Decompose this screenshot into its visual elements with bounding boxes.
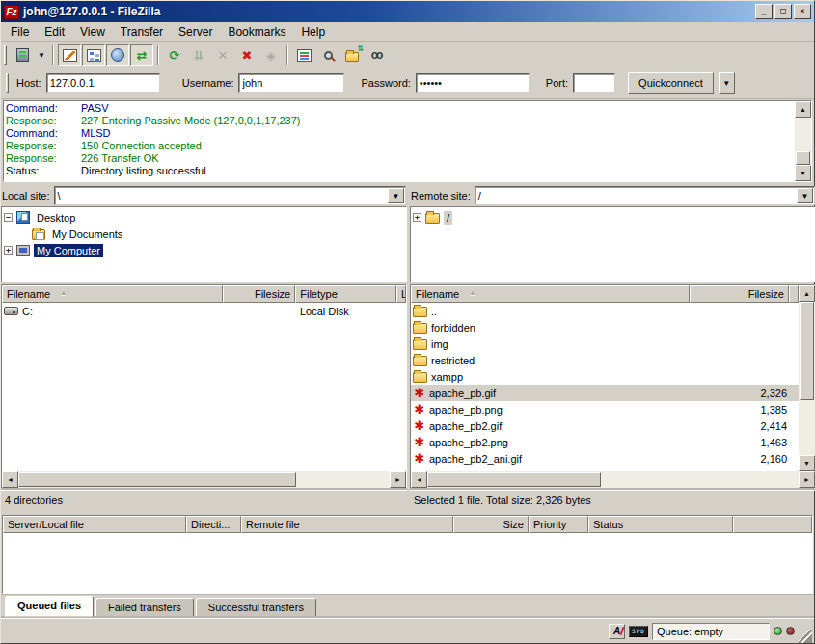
toggle-transfer-queue-button[interactable]: ⇄: [130, 44, 153, 66]
remote-row-file[interactable]: ✱apache_pb2_ani.gif2,160: [411, 450, 799, 467]
column-size[interactable]: Size: [453, 516, 529, 533]
menu-view[interactable]: View: [72, 23, 113, 40]
menu-bookmarks[interactable]: Bookmarks: [220, 23, 293, 40]
local-hscroll-thumb[interactable]: [18, 472, 296, 487]
local-site-value: \: [55, 190, 388, 201]
minimize-button[interactable]: _: [755, 4, 773, 19]
username-input[interactable]: [238, 73, 344, 93]
synchronized-browsing-button[interactable]: ⇅: [340, 44, 364, 66]
menu-server[interactable]: Server: [171, 23, 220, 40]
scroll-down-icon[interactable]: ▼: [795, 165, 811, 181]
combo-dropdown-icon[interactable]: ▼: [797, 188, 813, 203]
column-direction[interactable]: Directi...: [186, 516, 241, 533]
tree-item-root[interactable]: + /: [413, 209, 815, 226]
folder-icon: [413, 323, 427, 334]
remote-row-file-selected[interactable]: ✱apache_pb.gif2,326: [411, 385, 799, 401]
toggle-remote-tree-button[interactable]: [106, 44, 129, 66]
remote-site-combo[interactable]: / ▼: [475, 186, 815, 205]
scroll-right-icon[interactable]: ►: [390, 471, 406, 488]
menu-file[interactable]: File: [3, 23, 37, 40]
local-hscrollbar[interactable]: ◄ ►: [2, 471, 406, 488]
column-remote-file[interactable]: Remote file: [241, 516, 453, 533]
local-site-combo[interactable]: \ ▼: [54, 186, 406, 205]
remote-row-file[interactable]: ✱apache_pb2.png1,463: [411, 434, 799, 450]
site-manager-button[interactable]: [11, 44, 34, 66]
menu-help[interactable]: Help: [293, 23, 333, 40]
quickconnect-dropdown-button[interactable]: ▼: [719, 72, 735, 94]
filename-filters-button[interactable]: [292, 44, 315, 66]
remote-vscrollbar[interactable]: ▲ ▼: [799, 285, 815, 471]
file-list-panes: Filename▲ Filesize Filetype L C: Local D…: [1, 284, 814, 489]
tree-item-my-computer[interactable]: + My Computer: [4, 242, 406, 258]
column-filetype[interactable]: Filetype: [295, 285, 396, 303]
find-files-button[interactable]: oo: [365, 44, 388, 66]
local-row-c-drive[interactable]: C: Local Disk: [2, 303, 406, 319]
port-input[interactable]: [573, 73, 615, 93]
resize-grip[interactable]: [799, 630, 812, 643]
remote-row-folder[interactable]: img: [411, 335, 799, 352]
reconnect-button[interactable]: ◈: [259, 44, 283, 66]
refresh-button[interactable]: ⟳: [163, 44, 186, 66]
column-filename[interactable]: Filename▲: [411, 285, 690, 303]
tab-successful-transfers[interactable]: Successful transfers: [196, 598, 316, 618]
process-queue-button[interactable]: ⇊: [187, 44, 210, 66]
site-manager-icon: [14, 47, 30, 63]
close-button[interactable]: ×: [794, 4, 811, 19]
column-lastmodified[interactable]: L: [396, 285, 406, 303]
remote-vscroll-thumb[interactable]: [800, 302, 814, 400]
column-status[interactable]: Status: [588, 516, 733, 533]
local-tree-pane: Local site: \ ▼ − Desktop My Documents: [1, 185, 407, 282]
remote-row-file[interactable]: ✱apache_pb.png1,385: [411, 401, 799, 417]
disconnect-button[interactable]: ✖: [235, 44, 258, 66]
collapse-icon[interactable]: −: [4, 213, 13, 222]
expand-icon[interactable]: +: [413, 213, 421, 222]
toggle-message-log-button[interactable]: [58, 44, 81, 66]
remote-hscrollbar[interactable]: ◄ ►: [411, 471, 815, 488]
toolbar-grip[interactable]: [4, 45, 7, 65]
scroll-down-icon[interactable]: ▼: [799, 455, 815, 471]
tree-item-desktop[interactable]: − Desktop: [4, 209, 406, 226]
column-priority[interactable]: Priority: [529, 516, 588, 533]
log-line: Response:226 Transfer OK: [6, 152, 795, 165]
log-scroll-thumb[interactable]: [796, 151, 810, 165]
message-log-icon: [62, 47, 77, 63]
tree-panes: Local site: \ ▼ − Desktop My Documents: [1, 185, 814, 282]
column-filesize[interactable]: Filesize: [223, 285, 295, 303]
maximize-button[interactable]: □: [774, 4, 792, 19]
menu-bar: File Edit View Transfer Server Bookmarks…: [1, 22, 814, 42]
password-input[interactable]: [416, 73, 530, 93]
site-manager-dropdown-button[interactable]: ▼: [35, 44, 48, 66]
column-filesize[interactable]: Filesize: [690, 285, 789, 303]
folder-icon: [413, 307, 427, 317]
column-server-local-file[interactable]: Server/Local file: [3, 516, 186, 533]
remote-row-folder[interactable]: restricted: [411, 352, 799, 368]
remote-hscroll-thumb[interactable]: [427, 472, 601, 487]
tab-queued-files[interactable]: Queued files: [5, 596, 94, 617]
column-filename[interactable]: Filename▲: [2, 285, 223, 303]
remote-row-parent[interactable]: ..: [411, 303, 799, 319]
disconnect-icon: ✖: [239, 47, 255, 63]
tree-item-my-documents[interactable]: My Documents: [19, 226, 406, 242]
scroll-left-icon[interactable]: ◄: [2, 471, 18, 488]
scroll-right-icon[interactable]: ►: [799, 471, 815, 488]
directory-comparison-button[interactable]: [316, 44, 340, 66]
image-file-icon: ✱: [413, 436, 426, 448]
folder-icon: [413, 339, 427, 350]
combo-dropdown-icon[interactable]: ▼: [388, 188, 404, 203]
remote-row-folder[interactable]: xampp: [411, 368, 799, 385]
log-scrollbar[interactable]: ▲ ▼: [795, 101, 811, 181]
quickbar-grip[interactable]: [6, 73, 9, 93]
remote-row-file[interactable]: ✱apache_pb2.gif2,414: [411, 417, 799, 434]
scroll-up-icon[interactable]: ▲: [799, 285, 815, 302]
cancel-operation-button[interactable]: ✕: [211, 44, 234, 66]
expand-icon[interactable]: +: [4, 246, 13, 255]
scroll-left-icon[interactable]: ◄: [411, 471, 427, 488]
remote-row-folder[interactable]: forbidden: [411, 319, 799, 335]
menu-edit[interactable]: Edit: [37, 23, 72, 40]
host-input[interactable]: [46, 73, 160, 93]
menu-transfer[interactable]: Transfer: [113, 23, 171, 40]
tab-failed-transfers[interactable]: Failed transfers: [95, 598, 194, 618]
toggle-local-tree-button[interactable]: [82, 44, 105, 66]
scroll-up-icon[interactable]: ▲: [795, 101, 811, 118]
quickconnect-button[interactable]: Quickconnect: [628, 72, 714, 94]
